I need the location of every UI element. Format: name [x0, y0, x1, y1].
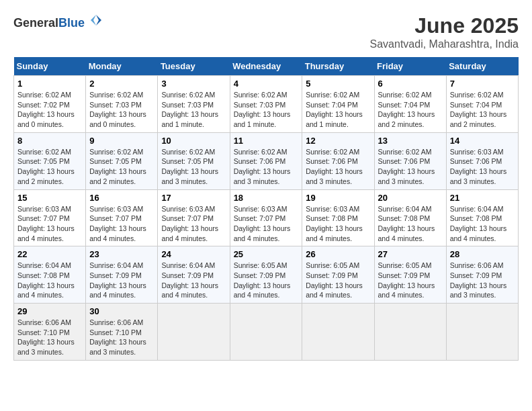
- day-number: 29: [17, 306, 82, 316]
- day-number: 14: [450, 136, 515, 146]
- day-number: 22: [17, 249, 82, 259]
- day-number: 30: [89, 306, 154, 316]
- day-number: 9: [89, 136, 154, 146]
- day-number: 13: [378, 136, 443, 146]
- day-number: 11: [234, 136, 299, 146]
- cell-content: Sunrise: 6:05 AM Sunset: 7:09 PM Dayligh…: [234, 261, 299, 300]
- table-row: 25Sunrise: 6:05 AM Sunset: 7:09 PM Dayli…: [230, 246, 302, 304]
- cell-content: Sunrise: 6:02 AM Sunset: 7:05 PM Dayligh…: [89, 147, 154, 187]
- table-row: 20Sunrise: 6:04 AM Sunset: 7:08 PM Dayli…: [374, 189, 446, 246]
- cell-content: Sunrise: 6:06 AM Sunset: 7:09 PM Dayligh…: [450, 261, 515, 300]
- day-number: 24: [161, 249, 226, 259]
- page-header: GeneralBlue June 2025 Savantvadi, Mahara…: [13, 13, 519, 50]
- logo-general: General: [13, 16, 58, 30]
- col-header-friday: Friday: [374, 57, 446, 76]
- day-number: 6: [378, 79, 443, 89]
- cell-content: Sunrise: 6:04 AM Sunset: 7:09 PM Dayligh…: [89, 261, 154, 300]
- cell-content: Sunrise: 6:02 AM Sunset: 7:06 PM Dayligh…: [306, 147, 370, 187]
- cell-content: Sunrise: 6:03 AM Sunset: 7:08 PM Dayligh…: [306, 204, 370, 244]
- table-row: 10Sunrise: 6:02 AM Sunset: 7:05 PM Dayli…: [158, 132, 230, 189]
- day-number: 28: [450, 249, 515, 259]
- table-row: [446, 304, 518, 361]
- cell-content: Sunrise: 6:02 AM Sunset: 7:03 PM Dayligh…: [89, 90, 154, 130]
- cell-content: Sunrise: 6:04 AM Sunset: 7:08 PM Dayligh…: [17, 261, 82, 300]
- day-number: 1: [17, 79, 82, 89]
- table-row: 19Sunrise: 6:03 AM Sunset: 7:08 PM Dayli…: [302, 189, 374, 246]
- table-row: 29Sunrise: 6:06 AM Sunset: 7:10 PM Dayli…: [14, 304, 86, 361]
- table-row: 11Sunrise: 6:02 AM Sunset: 7:06 PM Dayli…: [230, 132, 302, 189]
- col-header-thursday: Thursday: [302, 57, 374, 76]
- cell-content: Sunrise: 6:02 AM Sunset: 7:06 PM Dayligh…: [234, 147, 299, 187]
- cell-content: Sunrise: 6:04 AM Sunset: 7:08 PM Dayligh…: [450, 204, 515, 244]
- col-header-wednesday: Wednesday: [230, 57, 302, 76]
- cell-content: Sunrise: 6:02 AM Sunset: 7:03 PM Dayligh…: [161, 90, 226, 130]
- cell-content: Sunrise: 6:02 AM Sunset: 7:04 PM Dayligh…: [450, 90, 515, 130]
- day-number: 20: [378, 193, 443, 203]
- table-row: 9Sunrise: 6:02 AM Sunset: 7:05 PM Daylig…: [86, 132, 158, 189]
- cell-content: Sunrise: 6:05 AM Sunset: 7:09 PM Dayligh…: [306, 261, 370, 300]
- cell-content: Sunrise: 6:02 AM Sunset: 7:04 PM Dayligh…: [378, 90, 443, 130]
- table-row: 7Sunrise: 6:02 AM Sunset: 7:04 PM Daylig…: [446, 76, 518, 133]
- calendar-table: SundayMondayTuesdayWednesdayThursdayFrid…: [13, 57, 519, 361]
- table-row: 8Sunrise: 6:02 AM Sunset: 7:05 PM Daylig…: [14, 132, 86, 189]
- day-number: 12: [306, 136, 370, 146]
- day-number: 17: [161, 193, 226, 203]
- table-row: 2Sunrise: 6:02 AM Sunset: 7:03 PM Daylig…: [86, 76, 158, 133]
- day-number: 26: [306, 249, 370, 259]
- cell-content: Sunrise: 6:02 AM Sunset: 7:06 PM Dayligh…: [378, 147, 443, 187]
- table-row: 21Sunrise: 6:04 AM Sunset: 7:08 PM Dayli…: [446, 189, 518, 246]
- day-number: 10: [161, 136, 226, 146]
- col-header-monday: Monday: [86, 57, 158, 76]
- day-number: 5: [306, 79, 370, 89]
- day-number: 7: [450, 79, 515, 89]
- day-number: 18: [234, 193, 299, 203]
- table-row: 13Sunrise: 6:02 AM Sunset: 7:06 PM Dayli…: [374, 132, 446, 189]
- table-row: 18Sunrise: 6:03 AM Sunset: 7:07 PM Dayli…: [230, 189, 302, 246]
- subtitle: Savantvadi, Maharashtra, India: [370, 38, 519, 50]
- table-row: 15Sunrise: 6:03 AM Sunset: 7:07 PM Dayli…: [14, 189, 86, 246]
- logo-blue: Blue: [58, 16, 85, 30]
- cell-content: Sunrise: 6:03 AM Sunset: 7:07 PM Dayligh…: [89, 204, 154, 244]
- cell-content: Sunrise: 6:02 AM Sunset: 7:05 PM Dayligh…: [17, 147, 82, 187]
- cell-content: Sunrise: 6:03 AM Sunset: 7:07 PM Dayligh…: [234, 204, 299, 244]
- table-row: 3Sunrise: 6:02 AM Sunset: 7:03 PM Daylig…: [158, 76, 230, 133]
- table-row: 6Sunrise: 6:02 AM Sunset: 7:04 PM Daylig…: [374, 76, 446, 133]
- table-row: 26Sunrise: 6:05 AM Sunset: 7:09 PM Dayli…: [302, 246, 374, 304]
- cell-content: Sunrise: 6:03 AM Sunset: 7:07 PM Dayligh…: [161, 204, 226, 244]
- day-number: 21: [450, 193, 515, 203]
- cell-content: Sunrise: 6:02 AM Sunset: 7:03 PM Dayligh…: [234, 90, 299, 130]
- day-number: 15: [17, 193, 82, 203]
- table-row: 23Sunrise: 6:04 AM Sunset: 7:09 PM Dayli…: [86, 246, 158, 304]
- title-area: June 2025 Savantvadi, Maharashtra, India: [370, 13, 519, 50]
- day-number: 19: [306, 193, 370, 203]
- main-title: June 2025: [370, 13, 519, 38]
- week-row-4: 22Sunrise: 6:04 AM Sunset: 7:08 PM Dayli…: [14, 246, 519, 304]
- table-row: 27Sunrise: 6:05 AM Sunset: 7:09 PM Dayli…: [374, 246, 446, 304]
- day-number: 2: [89, 79, 154, 89]
- table-row: 17Sunrise: 6:03 AM Sunset: 7:07 PM Dayli…: [158, 189, 230, 246]
- day-number: 4: [234, 79, 299, 89]
- day-number: 25: [234, 249, 299, 259]
- table-row: 4Sunrise: 6:02 AM Sunset: 7:03 PM Daylig…: [230, 76, 302, 133]
- day-number: 3: [161, 79, 226, 89]
- table-row: 14Sunrise: 6:03 AM Sunset: 7:06 PM Dayli…: [446, 132, 518, 189]
- day-number: 27: [378, 249, 443, 259]
- col-header-saturday: Saturday: [446, 57, 518, 76]
- table-row: 22Sunrise: 6:04 AM Sunset: 7:08 PM Dayli…: [14, 246, 86, 304]
- table-row: 1Sunrise: 6:02 AM Sunset: 7:02 PM Daylig…: [14, 76, 86, 133]
- logo: GeneralBlue: [13, 13, 103, 30]
- cell-content: Sunrise: 6:06 AM Sunset: 7:10 PM Dayligh…: [17, 318, 82, 357]
- day-number: 16: [89, 193, 154, 203]
- cell-content: Sunrise: 6:04 AM Sunset: 7:08 PM Dayligh…: [378, 204, 443, 244]
- week-row-2: 8Sunrise: 6:02 AM Sunset: 7:05 PM Daylig…: [14, 132, 519, 189]
- week-row-3: 15Sunrise: 6:03 AM Sunset: 7:07 PM Dayli…: [14, 189, 519, 246]
- cell-content: Sunrise: 6:02 AM Sunset: 7:04 PM Dayligh…: [306, 90, 370, 130]
- cell-content: Sunrise: 6:02 AM Sunset: 7:02 PM Dayligh…: [17, 90, 82, 130]
- cell-content: Sunrise: 6:06 AM Sunset: 7:10 PM Dayligh…: [89, 318, 154, 357]
- table-row: 28Sunrise: 6:06 AM Sunset: 7:09 PM Dayli…: [446, 246, 518, 304]
- cell-content: Sunrise: 6:03 AM Sunset: 7:07 PM Dayligh…: [17, 204, 82, 244]
- week-row-1: 1Sunrise: 6:02 AM Sunset: 7:02 PM Daylig…: [14, 76, 519, 133]
- cell-content: Sunrise: 6:04 AM Sunset: 7:09 PM Dayligh…: [161, 261, 226, 300]
- table-row: 5Sunrise: 6:02 AM Sunset: 7:04 PM Daylig…: [302, 76, 374, 133]
- header-row: SundayMondayTuesdayWednesdayThursdayFrid…: [14, 57, 519, 76]
